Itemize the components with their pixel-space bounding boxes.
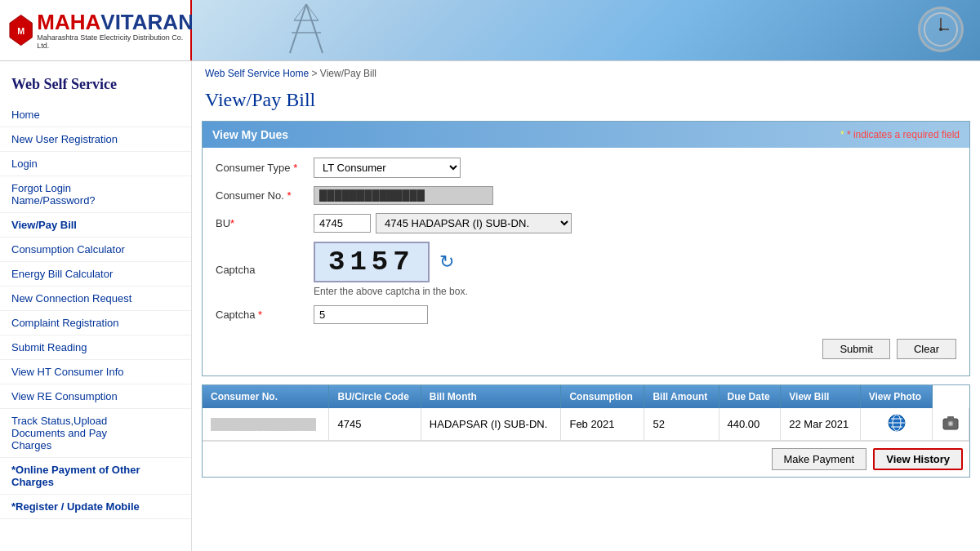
sidebar-item-submit-reading[interactable]: Submit Reading: [0, 335, 191, 360]
col-view-bill: View Bill: [781, 385, 860, 408]
results-table: Consumer No. BU/Circle Code Bill Month C…: [203, 385, 969, 441]
captcha-refresh-icon[interactable]: ↻: [439, 251, 454, 273]
header-clock: [918, 7, 964, 52]
page-title: View/Pay Bill: [192, 86, 980, 121]
cell-consumption: 52: [644, 408, 719, 441]
sidebar-item-new-connection[interactable]: New Connection Request: [0, 287, 191, 311]
logo-maha: MAHA: [37, 11, 100, 33]
consumer-no-label: Consumer No. *: [216, 189, 314, 202]
breadcrumb: Web Self Service Home > View/Pay Bill: [192, 61, 980, 86]
view-my-dues-section: View My Dues * * indicates a required fi…: [202, 121, 970, 376]
logo-vitaran: VITARAN: [100, 11, 194, 33]
bu-code-val: 4745: [337, 418, 361, 430]
consumer-type-row: Consumer Type * LT Consumer HT Consumer: [216, 158, 956, 178]
svg-line-7: [306, 4, 323, 53]
bu-inputs: 4745 HADAPSAR (I) SUB-DN.: [314, 213, 572, 233]
bu-name-val: HADAPSAR (I) SUB-DN.: [430, 418, 547, 430]
svg-line-6: [290, 4, 306, 53]
cell-view-photo[interactable]: [933, 408, 969, 441]
cell-bu-code: 4745: [329, 408, 421, 441]
make-payment-button[interactable]: Make Payment: [772, 448, 867, 470]
svg-point-5: [939, 28, 942, 31]
cell-consumer-no: ██████████████: [203, 408, 329, 441]
sidebar-item-consumption-calc[interactable]: Consumption Calculator: [0, 238, 191, 262]
sidebar-item-view-re[interactable]: View RE Consumption: [0, 384, 191, 409]
col-bill-month: Bill Month: [421, 385, 561, 408]
sidebar-item-forgot-login[interactable]: Forgot LoginName/Password?: [0, 176, 191, 213]
section-title: View My Dues: [212, 128, 288, 141]
tower-icon: [257, 0, 355, 57]
bu-code-input[interactable]: [314, 214, 371, 233]
consumer-type-label: Consumer Type *: [216, 162, 314, 174]
col-consumption: Consumption: [561, 385, 644, 408]
clear-button[interactable]: Clear: [897, 339, 956, 359]
header-banner: [192, 0, 980, 60]
page-header: M MAHAVITARAN Maharashtra State Electric…: [0, 0, 980, 61]
bu-required: *: [230, 217, 234, 229]
results-header-row: Consumer No. BU/Circle Code Bill Month C…: [203, 385, 969, 408]
captcha-required: *: [258, 309, 262, 321]
view-history-button[interactable]: View History: [873, 448, 963, 470]
captcha-input[interactable]: [314, 305, 428, 324]
captcha-img-label: Captcha: [216, 264, 314, 276]
logo-icon: M: [8, 13, 33, 47]
bu-select[interactable]: 4745 HADAPSAR (I) SUB-DN.: [376, 213, 572, 233]
form-buttons: Submit Clear: [216, 332, 956, 366]
col-bu-code: BU/Circle Code: [329, 385, 421, 408]
captcha-display-area: 3157 ↻ Enter the above captcha in the bo…: [314, 242, 468, 297]
captcha-input-label: Captcha *: [216, 309, 314, 321]
sidebar-title: Web Self Service: [0, 69, 191, 103]
breadcrumb-separator: >: [312, 68, 320, 79]
svg-line-11: [306, 4, 318, 20]
sidebar-item-view-pay-bill[interactable]: View/Pay Bill: [0, 213, 191, 238]
sidebar-item-home[interactable]: Home: [0, 103, 191, 127]
consumer-type-select[interactable]: LT Consumer HT Consumer: [314, 158, 461, 178]
col-consumer-no: Consumer No.: [203, 385, 329, 408]
captcha-img-row: 3157 ↻: [314, 242, 454, 282]
consumer-no-input[interactable]: [314, 186, 493, 205]
required-star: *: [840, 129, 844, 140]
cell-bill-month: Feb 2021: [561, 408, 644, 441]
svg-line-10: [294, 4, 306, 20]
sidebar: Web Self Service Home New User Registrat…: [0, 61, 192, 551]
form-body: Consumer Type * LT Consumer HT Consumer …: [203, 148, 969, 375]
required-note: * * indicates a required field: [840, 129, 960, 140]
sidebar-item-view-ht[interactable]: View HT Consumer Info: [0, 360, 191, 384]
sidebar-item-online-payment[interactable]: *Online Payment of OtherCharges: [0, 458, 191, 495]
captcha-input-row: Captcha *: [216, 305, 956, 324]
logo-area: M MAHAVITARAN Maharashtra State Electric…: [0, 0, 192, 60]
svg-rect-20: [947, 416, 954, 420]
results-section: Consumer No. BU/Circle Code Bill Month C…: [202, 384, 970, 478]
main-layout: Web Self Service Home New User Registrat…: [0, 61, 980, 551]
sidebar-item-track-status[interactable]: Track Status,UploadDocuments and PayChar…: [0, 409, 191, 458]
sidebar-item-energy-bill-calc[interactable]: Energy Bill Calculator: [0, 262, 191, 287]
svg-text:M: M: [17, 26, 24, 36]
breadcrumb-home-link[interactable]: Web Self Service Home: [205, 68, 309, 79]
submit-button[interactable]: Submit: [822, 339, 889, 359]
captcha-image-row: Captcha 3157 ↻ Enter the above captcha i…: [216, 242, 956, 297]
sidebar-item-register-mobile[interactable]: *Register / Update Mobile: [0, 495, 191, 519]
section-header: View My Dues * * indicates a required fi…: [203, 122, 969, 148]
consumer-no-row: Consumer No. *: [216, 186, 956, 205]
col-due-date: Due Date: [719, 385, 781, 408]
bu-row: BU* 4745 HADAPSAR (I) SUB-DN.: [216, 213, 956, 233]
cell-bu-name: HADAPSAR (I) SUB-DN.: [421, 408, 561, 441]
cell-due-date: 22 Mar 2021: [781, 408, 860, 441]
consumer-no-required: *: [287, 189, 291, 202]
view-bill-icon[interactable]: [888, 414, 906, 432]
consumer-no-masked: ██████████████: [211, 418, 316, 430]
cell-bill-amount: 440.00: [719, 408, 781, 441]
consumer-type-required: *: [293, 162, 297, 174]
logo-subtitle: Maharashtra State Electricity Distributi…: [37, 33, 194, 50]
main-content: Web Self Service Home > View/Pay Bill Vi…: [192, 61, 980, 551]
bu-label: BU*: [216, 217, 314, 229]
captcha-hint: Enter the above captcha in the box.: [314, 286, 468, 297]
view-photo-icon[interactable]: [942, 414, 960, 432]
sidebar-item-complaint-reg[interactable]: Complaint Registration: [0, 311, 191, 335]
action-row: Make Payment View History: [203, 441, 969, 477]
svg-point-19: [949, 422, 952, 425]
col-bill-amount: Bill Amount: [644, 385, 719, 408]
sidebar-item-login[interactable]: Login: [0, 152, 191, 176]
cell-view-bill[interactable]: [860, 408, 933, 441]
sidebar-item-new-user-reg[interactable]: New User Registration: [0, 127, 191, 152]
